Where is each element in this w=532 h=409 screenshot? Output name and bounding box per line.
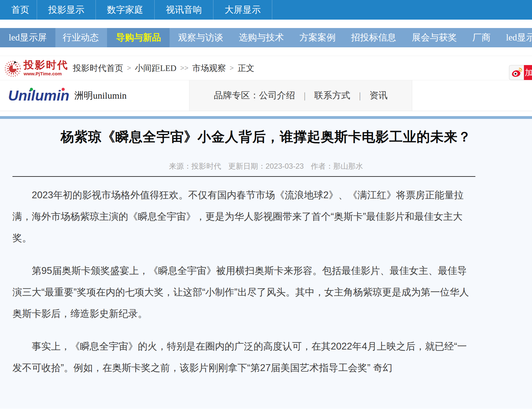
article-area: 杨紫琼《瞬息全宇宙》小金人背后，谁撑起奥斯卡电影工业的未来？ 来源：投影时代 更… bbox=[0, 119, 532, 409]
subnav-item-industry-news[interactable]: 行业动态 bbox=[55, 28, 106, 47]
site-logo-text: 投影时代 www.PjTime.com bbox=[24, 60, 68, 76]
article-title: 杨紫琼《瞬息全宇宙》小金人背后，谁撑起奥斯卡电影工业的未来？ bbox=[25, 128, 507, 146]
article-body: 2023年初的影视市场格外值得狂欢。不仅有国内春节市场《流浪地球2》、《满江红》… bbox=[12, 184, 474, 378]
topnav-item-projector[interactable]: 投影显示 bbox=[37, 0, 96, 20]
subnav-item-case-studies[interactable]: 方案案例 bbox=[292, 28, 343, 47]
unilumin-red-dot bbox=[62, 88, 65, 91]
top-nav: 首页 投影显示 数字家庭 视讯音响 大屏显示 bbox=[0, 0, 532, 20]
subnav-item-exhibitions[interactable]: 展会与获奖 bbox=[404, 28, 464, 47]
subnav-item-selection-tech[interactable]: 选购与技术 bbox=[231, 28, 291, 47]
article-paragraph: 第95届奥斯卡颁奖盛宴上，《瞬息全宇宙》被用横扫奥斯卡来形容。包括最佳影片、最佳… bbox=[12, 260, 474, 324]
title-divider-line bbox=[12, 176, 475, 177]
brand-name: 洲明unilumin bbox=[74, 89, 127, 102]
breadcrumb-item-fine-pitch-led[interactable]: 小间距LED bbox=[135, 63, 176, 74]
breadcrumb-separator: >> bbox=[180, 64, 189, 72]
unilumin-logo[interactable]: Unilumin bbox=[8, 87, 69, 104]
brand-link-separator: ｜ bbox=[356, 90, 364, 101]
subnav-item-manufacturers[interactable]: 厂商 bbox=[465, 28, 497, 47]
blue-divider-strip bbox=[0, 116, 532, 119]
subnav-item-observation[interactable]: 观察与访谈 bbox=[171, 28, 230, 47]
brand-left-section: Unilumin 洲明unilumin bbox=[0, 80, 189, 111]
brand-gap bbox=[0, 111, 532, 116]
article-date: 更新日期：2023-03-23 bbox=[228, 162, 304, 170]
header-gap bbox=[0, 20, 532, 28]
weibo-icon bbox=[511, 68, 522, 77]
topnav-item-digital-home[interactable]: 数字家庭 bbox=[96, 0, 155, 20]
article-meta: 来源：投影时代 更新日期：2023-03-23 作者：那山那水 bbox=[0, 161, 532, 171]
article-paragraph: 事实上，《瞬息全宇宙》的火，特别是在圈内的广泛的高度认可，在其2022年4月上映… bbox=[12, 336, 474, 378]
article-paragraph: 2023年初的影视市场格外值得狂欢。不仅有国内春节市场《流浪地球2》、《满江红》… bbox=[12, 184, 474, 249]
sub-nav: led显示屏 行业动态 导购与新品 观察与访谈 选购与技术 方案案例 招投标信息… bbox=[0, 28, 532, 47]
topnav-item-av[interactable]: 视讯音响 bbox=[155, 0, 213, 20]
brand-link-contact[interactable]: 联系方式 bbox=[314, 89, 350, 102]
breadcrumb-item-article: 正文 bbox=[238, 63, 254, 74]
brand-link-company-intro[interactable]: 公司介绍 bbox=[259, 89, 295, 102]
breadcrumb-row: 投影时代 www.PjTime.com 投影时代首页 > 小间距LED >> 市… bbox=[0, 56, 532, 80]
site-logo-url: www.PjTime.com bbox=[24, 71, 68, 76]
weibo-follow-button[interactable]: 加 bbox=[509, 65, 532, 80]
subnav-item-buying-guide[interactable]: 导购与新品 bbox=[107, 28, 170, 47]
subnav-item-bidding-info[interactable]: 招投标信息 bbox=[344, 28, 403, 47]
breadcrumb-item-market-watch[interactable]: 市场观察 bbox=[192, 63, 226, 74]
brand-link-separator: ｜ bbox=[301, 90, 309, 101]
article-author: 作者：那山那水 bbox=[311, 162, 363, 170]
breadcrumb-separator: > bbox=[127, 64, 131, 72]
brand-right-section bbox=[412, 80, 532, 111]
pjtime-logo-icon bbox=[3, 59, 22, 78]
weibo-icon-box bbox=[509, 65, 524, 80]
breadcrumb-item-home[interactable]: 投影时代首页 bbox=[73, 63, 123, 74]
topnav-item-home[interactable]: 首页 bbox=[4, 0, 37, 20]
unilumin-green-dot bbox=[30, 88, 33, 91]
subnav-item-led-directory[interactable]: led显示屏大全 bbox=[499, 28, 532, 47]
breadcrumb: 投影时代首页 > 小间距LED >> 市场观察 > 正文 bbox=[73, 63, 254, 74]
subnav-item-led-screen[interactable]: led显示屏 bbox=[0, 28, 55, 47]
weibo-follow-label: 加 bbox=[524, 65, 532, 80]
site-logo[interactable]: 投影时代 www.PjTime.com bbox=[3, 59, 68, 78]
brand-bar: Unilumin 洲明unilumin 品牌专区： 公司介绍 ｜ 联系方式 ｜ … bbox=[0, 80, 532, 111]
brand-zone-label: 品牌专区： bbox=[214, 89, 259, 102]
breadcrumb-separator: > bbox=[230, 64, 234, 72]
section-divider bbox=[0, 47, 532, 56]
topnav-item-big-screen[interactable]: 大屏显示 bbox=[213, 0, 272, 20]
brand-link-news[interactable]: 资讯 bbox=[369, 89, 387, 102]
site-logo-title: 投影时代 bbox=[24, 60, 68, 70]
brand-zone-section: 品牌专区： 公司介绍 ｜ 联系方式 ｜ 资讯 bbox=[189, 80, 412, 111]
unilumin-logo-text: Unilumin bbox=[8, 87, 69, 104]
article-source: 来源：投影时代 bbox=[169, 162, 221, 170]
